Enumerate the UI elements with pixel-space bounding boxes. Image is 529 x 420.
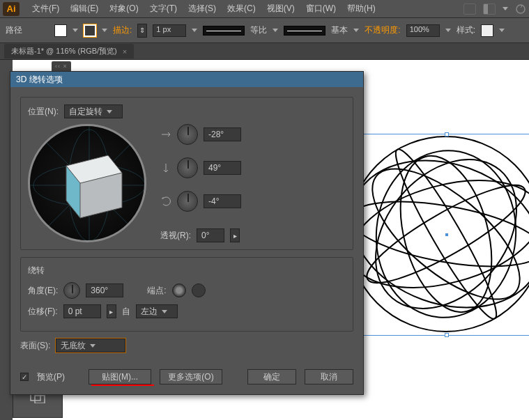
selection-center — [445, 233, 448, 236]
menu-effect[interactable]: 效果(C) — [224, 1, 259, 16]
dialog-footer: ✓ 预览(P) 贴图(M)... 更多选项(O) 确定 取消 — [20, 362, 353, 387]
stroke-width-dropdown-icon[interactable] — [192, 29, 197, 32]
ok-button[interactable]: 确定 — [247, 369, 296, 384]
map-art-button[interactable]: 贴图(M)... — [89, 369, 151, 384]
axis-y-dial[interactable] — [177, 157, 198, 178]
brush-label: 基本 — [331, 24, 348, 36]
document-tab-title: 未标题-1* @ 116% (RGB/预览) — [11, 46, 117, 56]
angle-dial[interactable] — [63, 282, 80, 299]
offset-field[interactable]: 0 pt — [63, 304, 101, 318]
cap-off-button[interactable] — [192, 283, 206, 297]
stroke-label: 描边: — [113, 24, 132, 36]
menu-window[interactable]: 窗口(W) — [303, 1, 339, 16]
axis-x-field[interactable]: -28° — [204, 127, 241, 141]
arrange-dropdown-icon[interactable] — [503, 7, 508, 10]
bridge-icon[interactable] — [463, 3, 476, 15]
chevron-down-icon — [162, 310, 167, 313]
document-tabbar: 未标题-1* @ 116% (RGB/预览) × — [0, 43, 529, 60]
axis-z-field[interactable]: -4° — [204, 194, 241, 208]
menu-help[interactable]: 帮助(H) — [344, 1, 378, 16]
from-select[interactable]: 左边 — [136, 304, 178, 318]
position-value: 自定旋转 — [69, 106, 102, 118]
menu-select[interactable]: 选择(S) — [185, 1, 219, 16]
fill-dropdown-icon[interactable] — [72, 29, 78, 32]
menubar: Ai 文件(F) 编辑(E) 对象(O) 文字(T) 选择(S) 效果(C) 视… — [0, 0, 529, 18]
selection-bounding-box[interactable] — [348, 134, 529, 336]
stroke-stepper[interactable]: ⇕ — [137, 24, 147, 38]
from-label: 自 — [122, 306, 130, 318]
style-swatch[interactable] — [481, 24, 493, 37]
menu-view[interactable]: 视图(V) — [264, 1, 298, 16]
opacity-field[interactable]: 100% — [406, 24, 440, 37]
opacity-label: 不透明度: — [365, 24, 400, 36]
stroke-dropdown-icon[interactable] — [102, 29, 107, 32]
tab-close-icon[interactable]: × — [123, 47, 127, 56]
arrange-icon[interactable] — [483, 3, 496, 15]
perspective-field[interactable]: 0° — [197, 228, 224, 242]
axis-x-icon — [160, 129, 171, 140]
stroke-swatch[interactable] — [84, 24, 96, 37]
annotation-underline — [91, 384, 154, 386]
cancel-button[interactable]: 取消 — [305, 369, 353, 384]
menu-edit[interactable]: 编辑(E) — [68, 1, 101, 16]
cube-icon — [45, 141, 129, 225]
from-value: 左边 — [141, 306, 158, 318]
selection-handle[interactable] — [445, 132, 449, 137]
cap-on-button[interactable] — [172, 283, 186, 297]
preview-label: 预览(P) — [37, 371, 65, 383]
svg-rect-12 — [35, 396, 45, 403]
dialog-titlebar[interactable]: 3D 绕转选项 — [10, 72, 363, 87]
offset-label: 位移(F): — [28, 306, 58, 318]
offset-stepper[interactable]: ▸ — [107, 304, 116, 318]
opacity-dropdown-icon[interactable] — [445, 29, 451, 32]
svg-point-0 — [516, 5, 525, 13]
control-bar: 路径 描边: ⇕ 1 px 等比 基本 不透明度: 100% 样式: — [0, 18, 529, 43]
rotation-cube-preview[interactable] — [28, 124, 146, 242]
selection-handle[interactable] — [445, 333, 449, 337]
axis-z-icon — [160, 196, 171, 207]
revolve-group: 绕转 角度(E): 360° 端点: 位移(F): 0 pt ▸ 自 左边 — [20, 257, 353, 332]
menu-type[interactable]: 文字(T) — [147, 1, 180, 16]
position-label: 位置(N): — [28, 106, 59, 118]
angle-field[interactable]: 360° — [86, 283, 123, 297]
brush-dropdown-icon[interactable] — [353, 29, 359, 32]
brush-definition[interactable] — [284, 26, 325, 36]
axis-x-dial[interactable] — [177, 124, 198, 145]
cap-label: 端点: — [147, 285, 166, 297]
revolve-heading: 绕转 — [28, 265, 346, 277]
fill-swatch[interactable] — [54, 24, 67, 37]
sync-icon[interactable] — [515, 3, 526, 15]
position-select[interactable]: 自定旋转 — [64, 104, 123, 118]
surface-select[interactable]: 无底纹 — [56, 339, 125, 352]
profile-label: 等比 — [250, 24, 267, 36]
selection-type-label: 路径 — [6, 24, 22, 36]
surface-value: 无底纹 — [61, 340, 86, 352]
profile-dropdown-icon[interactable] — [273, 29, 278, 32]
axis-y-field[interactable]: 49° — [204, 161, 241, 175]
chevron-down-icon — [107, 110, 112, 114]
panel-collapse-handle[interactable]: ‹‹ × — [52, 61, 71, 71]
variable-width-profile[interactable] — [203, 26, 245, 36]
style-label: 样式: — [457, 24, 475, 36]
axis-y-icon — [160, 162, 171, 173]
style-dropdown-icon[interactable] — [499, 29, 505, 32]
document-tab[interactable]: 未标题-1* @ 116% (RGB/预览) × — [4, 44, 134, 59]
surface-label: 表面(S): — [20, 340, 50, 352]
angle-label: 角度(E): — [28, 285, 58, 297]
chevron-down-icon — [90, 344, 95, 348]
menu-object[interactable]: 对象(O) — [107, 1, 141, 16]
more-options-button[interactable]: 更多选项(O) — [160, 369, 222, 384]
menu-file[interactable]: 文件(F) — [29, 1, 62, 16]
axis-z-dial[interactable] — [177, 191, 198, 212]
preview-checkbox[interactable]: ✓ — [20, 373, 29, 381]
position-group: 位置(N): 自定旋转 — [20, 97, 353, 250]
perspective-label: 透视(R): — [160, 230, 191, 242]
3d-revolve-dialog: 3D 绕转选项 位置(N): 自定旋转 — [10, 71, 364, 395]
app-logo: Ai — [3, 2, 20, 16]
stroke-width-field[interactable]: 1 px — [153, 24, 186, 37]
perspective-stepper[interactable]: ▸ — [230, 228, 240, 242]
